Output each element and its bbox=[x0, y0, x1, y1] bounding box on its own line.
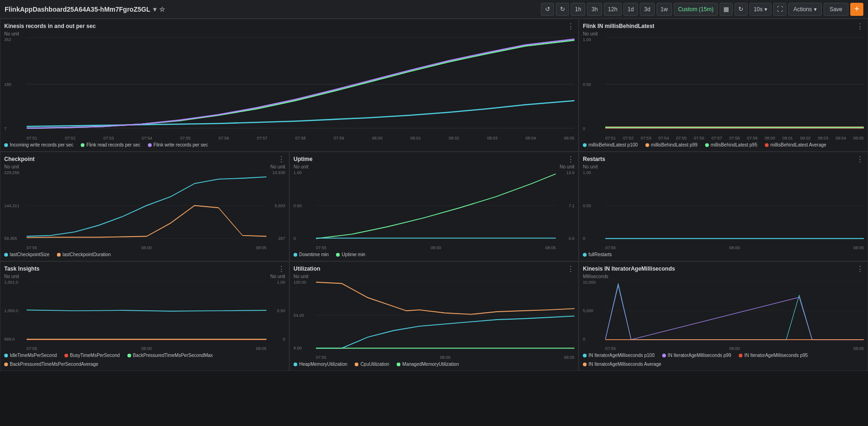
utilization-svg bbox=[316, 280, 574, 350]
time-1w-button[interactable]: 1w bbox=[657, 3, 672, 16]
panel-kinesis-iterator-yunit: Milliseconds bbox=[583, 274, 864, 279]
panel-uptime-menu-icon[interactable]: ⋮ bbox=[567, 156, 574, 163]
time-1h-button[interactable]: 1h bbox=[571, 3, 585, 16]
panel-checkpoint-yunit-right: No unit bbox=[270, 164, 285, 169]
panel-utilization-legend: HeapMemoryUtilization CpuUtilization Man… bbox=[294, 360, 574, 367]
panel-task-yaxis: 1,001.01,000.0999.0 bbox=[4, 280, 27, 342]
kinesis-iterator-svg bbox=[605, 280, 864, 342]
legend-millis-p99: millisBehindLatest p99 bbox=[645, 142, 698, 147]
legend-label-managed: ManagedMemoryUtilization bbox=[402, 362, 459, 367]
legend-iterator-avg: IN IteratorAgeMilliseconds Average bbox=[583, 362, 661, 367]
panel-checkpoint-yunit-left: No unit bbox=[4, 164, 19, 169]
legend-millis-p95: millisBehindLatest p95 bbox=[705, 142, 757, 147]
panel-flink-millis-chart: 1.00 0.50 0 07:5107:5207:5307:5407:55 07… bbox=[583, 37, 864, 140]
legend-iterator-p100: IN IteratorAgeMilliseconds p100 bbox=[583, 353, 655, 358]
legend-dot-cpu bbox=[355, 363, 358, 366]
panel-uptime: Uptime ⋮ No unit No unit 1.000.500 13.67… bbox=[289, 152, 579, 261]
time-1d-button[interactable]: 1d bbox=[623, 3, 638, 16]
time-12h-button[interactable]: 12h bbox=[604, 3, 622, 16]
panel-flink-millis-menu-icon[interactable]: ⋮ bbox=[856, 23, 864, 30]
refresh-button[interactable]: ↻ bbox=[735, 3, 748, 16]
actions-label: Actions bbox=[793, 6, 812, 13]
legend-iterator-p99: IN IteratorAgeMilliseconds p99 bbox=[662, 353, 731, 358]
panel-task-yunit-right: No unit bbox=[270, 274, 285, 279]
panel-kinesis-xaxis: 07:5107:5207:5307:5407:55 07:5607:5707:5… bbox=[27, 136, 574, 140]
kinesis-svg bbox=[27, 37, 574, 131]
legend-idle: IdleTimeMsPerSecond bbox=[4, 353, 57, 358]
legend-dot-flink-write bbox=[148, 143, 152, 147]
legend-dot-backpressure-avg bbox=[4, 363, 8, 366]
panel-kinesis-yaxis: 352 180 7 bbox=[4, 37, 27, 131]
save-button[interactable]: Save bbox=[824, 3, 848, 16]
y-label-top: 1.00 bbox=[583, 37, 605, 42]
legend-label-p95: millisBehindLatest p95 bbox=[711, 142, 757, 147]
time-3h-button[interactable]: 3h bbox=[587, 3, 602, 16]
panel-restarts-menu-icon[interactable]: ⋮ bbox=[856, 156, 864, 163]
panel-kinesis-legend: Incoming write records per sec Flink rea… bbox=[4, 140, 574, 147]
legend-cpu: CpuUtilization bbox=[355, 362, 389, 367]
legend-fullrestarts: fullRestarts bbox=[583, 252, 612, 257]
panel-uptime-title: Uptime bbox=[294, 156, 313, 162]
actions-button[interactable]: Actions ▾ bbox=[788, 3, 821, 16]
favorite-icon[interactable]: ☆ bbox=[159, 6, 165, 13]
panel-flink-millis-legend: millisBehindLatest p100 millisBehindLate… bbox=[583, 140, 864, 147]
panel-flink-millis-xaxis: 07:5107:5207:5307:5407:55 07:5607:5707:5… bbox=[605, 136, 864, 140]
legend-dot-busy bbox=[64, 354, 68, 357]
panel-checkpoint-menu-icon[interactable]: ⋮ bbox=[278, 156, 285, 163]
legend-uptime: Uptime min bbox=[336, 252, 365, 257]
panel-kinesis-iterator: Kinesis IN IteratorAgeMilliseconds ⋮ Mil… bbox=[579, 261, 868, 371]
panel-task-xaxis: 07:5508:0008:05 bbox=[27, 346, 266, 351]
legend-dot-p95 bbox=[705, 143, 709, 147]
legend-label-iterator-p95: IN IteratorAgeMilliseconds p95 bbox=[744, 353, 808, 358]
legend-label-backpressure-max: BackPressuredTimeMsPerSecondMax bbox=[133, 353, 213, 358]
legend-dot-checkpoint-size bbox=[4, 253, 8, 257]
legend-backpressure-avg: BackPressuredTimeMsPerSecondAverage bbox=[4, 362, 98, 367]
y-label-mid: 180 bbox=[4, 82, 27, 87]
panel-utilization-menu-icon[interactable]: ⋮ bbox=[567, 265, 574, 273]
panel-uptime-xaxis: 07:5508:0008:05 bbox=[316, 245, 556, 250]
legend-label-heap: HeapMemoryUtilization bbox=[299, 362, 347, 367]
panel-kinesis-iterator-legend: IN IteratorAgeMilliseconds p100 IN Itera… bbox=[583, 351, 864, 367]
panel-utilization-xaxis: 07:5508:0008:05 bbox=[316, 355, 574, 360]
panel-utilization-yaxis: 100.0054.008.00 bbox=[294, 280, 316, 350]
panel-checkpoint-xaxis: 07:5508:0008:05 bbox=[27, 245, 266, 250]
legend-label-downtime: Downtime min bbox=[299, 252, 329, 257]
legend-label-checkpoint-duration: lastCheckpointDuration bbox=[63, 252, 111, 257]
legend-backpressure-max: BackPressuredTimeMsPerSecondMax bbox=[127, 353, 213, 358]
legend-label-uptime: Uptime min bbox=[342, 252, 365, 257]
panel-restarts-header: Restarts ⋮ bbox=[583, 156, 864, 163]
panel-task-insights-menu-icon[interactable]: ⋮ bbox=[278, 265, 285, 273]
legend-managed: ManagedMemoryUtilization bbox=[397, 362, 459, 367]
legend-checkpoint-size: lastCheckpointSize bbox=[4, 252, 49, 257]
custom-time-button[interactable]: Custom (15m) bbox=[674, 3, 718, 16]
title-dropdown-icon[interactable]: ▾ bbox=[153, 6, 156, 13]
panel-flink-millis-title: Flink IN millisBehindLatest bbox=[583, 23, 654, 29]
panel-flink-millis: Flink IN millisBehindLatest ⋮ No unit 1.… bbox=[579, 19, 868, 152]
redo-button[interactable]: ↻ bbox=[556, 3, 569, 16]
legend-label-busy: BusyTimeMsPerSecond bbox=[70, 353, 120, 358]
panel-checkpoint-yaxis: 229,256144,31159,365 bbox=[4, 170, 27, 241]
legend-label-iterator-p99: IN IteratorAgeMilliseconds p99 bbox=[668, 353, 731, 358]
refresh-interval-dropdown-icon: ▾ bbox=[764, 6, 767, 13]
panel-task-insights-chart: 1,001.01,000.0999.0 1.000.500 07:5508:00… bbox=[4, 280, 285, 351]
panel-utilization: Utilization ⋮ No unit 100.0054.008.00 07… bbox=[289, 261, 579, 371]
add-panel-button[interactable]: + bbox=[850, 3, 863, 16]
legend-flink-write: Flink write records per sec bbox=[148, 142, 208, 147]
legend-dot-downtime bbox=[294, 253, 297, 257]
panel-uptime-chart: 1.000.500 13.67.10.6 07:5508:0008:05 bbox=[294, 170, 574, 250]
panel-kinesis-yunit: No unit bbox=[4, 31, 574, 36]
calendar-icon-button[interactable]: ▦ bbox=[720, 3, 733, 16]
dashboard-grid: Kinesis records in and out per sec ⋮ No … bbox=[0, 19, 868, 426]
y-label-mid: 0.50 bbox=[583, 82, 605, 87]
undo-button[interactable]: ↺ bbox=[541, 3, 554, 16]
time-3d-button[interactable]: 3d bbox=[640, 3, 654, 16]
legend-label-flink-read: Flink read records per sec bbox=[86, 142, 140, 147]
panel-kinesis-menu-icon[interactable]: ⋮ bbox=[567, 23, 574, 30]
panel-flink-millis-yaxis: 1.00 0.50 0 bbox=[583, 37, 605, 131]
refresh-interval-button[interactable]: 10s ▾ bbox=[749, 3, 771, 16]
legend-checkpoint-duration: lastCheckpointDuration bbox=[57, 252, 111, 257]
fullscreen-button[interactable]: ⛶ bbox=[773, 3, 786, 16]
panel-kinesis-iterator-menu-icon[interactable]: ⋮ bbox=[856, 265, 864, 273]
legend-label-avg: millisBehindLatest Average bbox=[770, 142, 826, 147]
legend-label-checkpoint-size: lastCheckpointSize bbox=[10, 252, 49, 257]
